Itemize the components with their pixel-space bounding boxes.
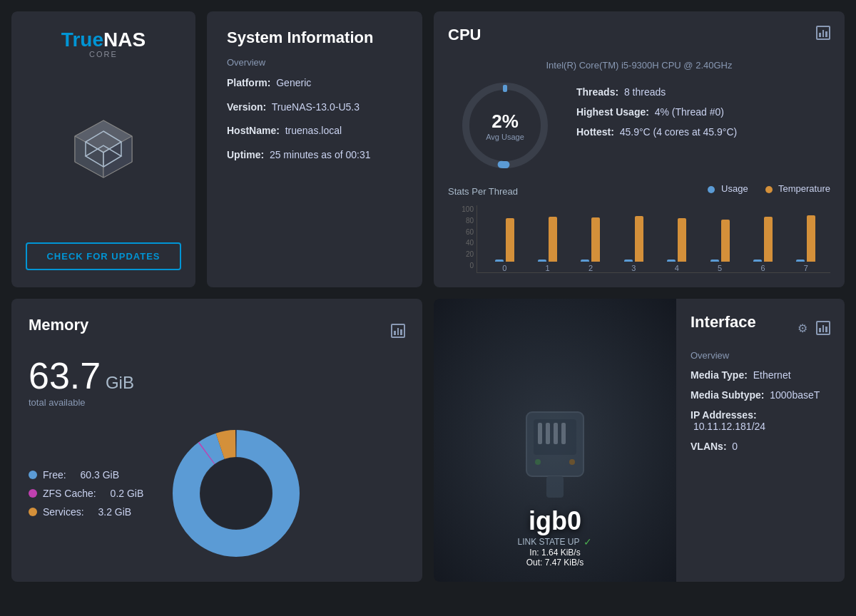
services-dot: [29, 508, 37, 516]
uptime-label: Uptime:: [227, 149, 264, 160]
memory-total: 63.7 GiB: [29, 354, 405, 397]
zfs-label: ZFS Cache:: [43, 488, 96, 499]
threads-row: Threads: 8 threads: [576, 86, 830, 98]
threads-value: 8 threads: [624, 86, 666, 98]
zfs-value: 0.2 GiB: [111, 488, 144, 499]
memory-header: Memory: [29, 316, 405, 346]
temp-bar-2: [591, 217, 600, 262]
cpu-model: Intel(R) Core(TM) i5-9300H CPU @ 2.40GHz: [448, 60, 830, 71]
memory-chart-button[interactable]: [391, 324, 405, 338]
free-dot: [29, 471, 37, 479]
temp-bar-6: [764, 217, 773, 262]
thread-label-2: 2: [588, 264, 593, 272]
cpu-chart-area: Stats Per Thread Usage Temperature 100: [448, 183, 830, 273]
usage-bar-2: [581, 260, 589, 262]
thread-group-6: 6: [741, 201, 784, 272]
thread-group-1: 1: [526, 201, 569, 272]
chart-legend: Usage Temperature: [708, 183, 830, 194]
iface-section: Overview: [691, 350, 830, 361]
svg-rect-11: [503, 85, 507, 92]
interface-chart-button[interactable]: [816, 319, 830, 338]
zfs-legend: ZFS Cache: 0.2 GiB: [29, 488, 143, 499]
thread-label-1: 1: [546, 264, 550, 272]
interface-name-overlay: igb0 LINK STATE UP ✓ In: 1.64 KiB/s Out:…: [434, 492, 676, 582]
hostname-value: truenas.local: [285, 125, 342, 136]
memory-donut-chart: [165, 422, 307, 565]
version-value: TrueNAS-13.0-U5.3: [272, 101, 360, 113]
cpu-gauge: 2% Avg Usage: [459, 79, 551, 172]
uptime-value: 25 minutes as of 00:31: [270, 149, 371, 160]
services-label: Services:: [43, 506, 84, 518]
hottest-row: Hottest: 45.9°C (4 cores at 45.9°C): [576, 126, 830, 138]
memory-panel: Memory 63.7 GiB total available Free: 60…: [11, 299, 422, 582]
svg-rect-19: [546, 423, 550, 444]
thread-group-4: 4: [656, 201, 698, 272]
out-value: 7.47 KiB/s: [545, 558, 584, 568]
usage-bar-3: [624, 260, 633, 262]
memory-content: Free: 60.3 GiB ZFS Cache: 0.2 GiB Servic…: [29, 422, 405, 565]
media-subtype-value: 1000baseT: [770, 389, 820, 401]
hottest-value: 45.9°C (4 cores at 45.9°C): [620, 126, 738, 138]
thread-label-7: 7: [804, 264, 808, 272]
interface-name: igb0: [448, 506, 662, 536]
temp-bar-0: [506, 218, 514, 262]
traffic-in: In: 1.64 KiB/s: [448, 548, 662, 558]
ip-value: 10.11.12.181/24: [693, 421, 765, 432]
y-axis: 100 80 60 40 20 0: [448, 205, 474, 270]
memory-sub-label: total available: [29, 397, 405, 408]
usage-bar-6: [753, 260, 762, 262]
thread-group-3: 3: [612, 201, 655, 272]
interface-info: Interface ⚙ Overview Medi: [676, 299, 845, 582]
svg-rect-18: [538, 423, 542, 444]
interface-header: Interface ⚙: [691, 313, 830, 343]
thread-group-0: 0: [483, 201, 526, 272]
truenas-brand: TrueNAS: [61, 29, 146, 51]
usage-bar-5: [710, 260, 719, 262]
hottest-label: Hottest:: [576, 126, 614, 138]
interface-chart-icon: [816, 321, 830, 335]
vlans-value: 0: [732, 441, 738, 452]
thread-label-3: 3: [631, 264, 636, 272]
uptime-row: Uptime: 25 minutes as of 00:31: [227, 148, 402, 163]
check-updates-button[interactable]: CHECK FOR UPDATES: [26, 242, 181, 270]
temp-bar-4: [678, 218, 686, 262]
cpu-header: CPU: [448, 26, 830, 56]
svg-rect-21: [561, 423, 566, 444]
temp-bar-5: [721, 220, 730, 262]
highest-usage-row: Highest Usage: 4% (Thread #0): [576, 106, 830, 118]
cpu-chart-button[interactable]: [816, 26, 830, 40]
services-legend: Services: 3.2 GiB: [29, 506, 143, 518]
cpu-stats: Threads: 8 threads Highest Usage: 4% (Th…: [576, 79, 830, 146]
highest-usage-value: 4% (Thread #0): [655, 106, 724, 118]
memory-legend: Free: 60.3 GiB ZFS Cache: 0.2 GiB Servic…: [29, 469, 143, 518]
traffic-out: Out: 7.47 KiB/s: [448, 558, 662, 568]
svg-point-15: [200, 458, 272, 529]
gauge-label: Avg Usage: [486, 133, 524, 141]
vlans-label: VLANs:: [691, 441, 727, 452]
thread-label-6: 6: [760, 264, 765, 272]
vlans-row: VLANs: 0: [691, 441, 830, 452]
sysinfo-title: System Information: [227, 29, 402, 47]
svg-point-23: [535, 459, 541, 465]
interface-title: Interface: [691, 313, 756, 332]
version-row: Version: TrueNAS-13.0-U5.3: [227, 101, 402, 115]
temp-bar-3: [635, 216, 643, 262]
truenas-panel: TrueNAS CORE: [11, 11, 195, 287]
cpu-bar-chart: 01234567: [477, 205, 830, 273]
cpu-main-area: 2% Avg Usage Threads: 8 threads Highest …: [448, 79, 830, 172]
legend-usage: Usage: [708, 183, 748, 194]
system-info-panel: System Information Overview Platform: Ge…: [207, 11, 422, 287]
cpu-title: CPU: [448, 26, 481, 44]
hostname-row: HostName: truenas.local: [227, 124, 402, 138]
memory-title: Memory: [29, 316, 88, 334]
cpu-gauge-area: 2% Avg Usage: [448, 79, 562, 172]
free-value: 60.3 GiB: [81, 469, 119, 481]
usage-bar-1: [538, 260, 546, 262]
threads-label: Threads:: [576, 86, 618, 98]
thread-group-2: 2: [569, 201, 612, 272]
media-type-label: Media Type:: [691, 369, 748, 381]
free-label: Free:: [43, 469, 66, 481]
gauge-pct: 2%: [486, 111, 524, 133]
usage-bar-7: [796, 260, 805, 262]
interface-settings-button[interactable]: ⚙: [795, 319, 810, 338]
